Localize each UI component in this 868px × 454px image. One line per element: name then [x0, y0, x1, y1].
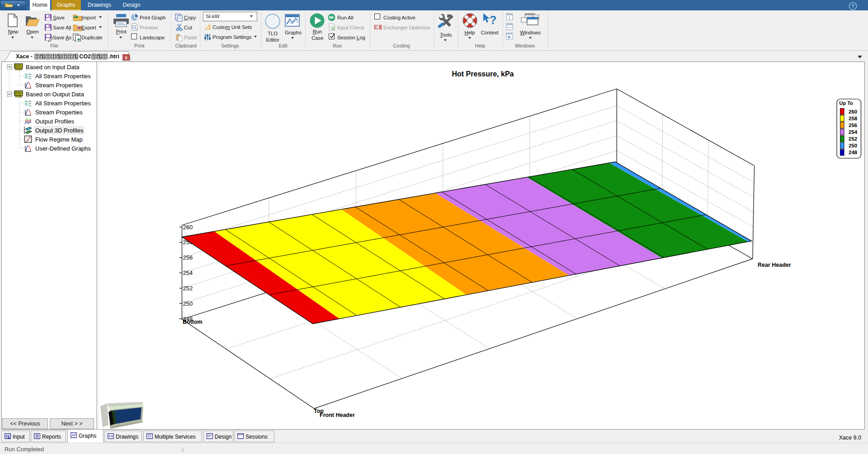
svg-text:Rear Header: Rear Header — [758, 262, 791, 268]
svg-text:254: 254 — [849, 129, 858, 135]
svg-text:256: 256 — [183, 254, 193, 261]
svg-text:254: 254 — [183, 270, 193, 276]
svg-text:260: 260 — [849, 109, 857, 114]
svg-text:248: 248 — [849, 150, 858, 155]
svg-text:Up To: Up To — [840, 100, 854, 106]
svg-text:260: 260 — [183, 224, 193, 231]
svg-text:Stream Properties: Stream Properties — [35, 82, 83, 89]
svg-text:Front Header: Front Header — [320, 412, 355, 418]
svg-text:252: 252 — [849, 136, 857, 142]
svg-text:Hot Pressure, kPa: Hot Pressure, kPa — [452, 70, 514, 78]
svg-text:?: ? — [851, 3, 854, 9]
svg-text:?: ? — [490, 14, 496, 26]
svg-text:252: 252 — [183, 285, 193, 292]
svg-text:Bottom: Bottom — [183, 319, 203, 325]
svg-text:Stream Properties: Stream Properties — [35, 109, 83, 116]
svg-text:Based on Output Data: Based on Output Data — [26, 91, 84, 98]
svg-text:258: 258 — [849, 116, 858, 121]
svg-text:User-Defined Graphs: User-Defined Graphs — [35, 145, 91, 152]
svg-text:256: 256 — [849, 123, 857, 128]
svg-text:250: 250 — [849, 143, 857, 148]
svg-text:Output Profiles: Output Profiles — [35, 118, 74, 125]
svg-text:Output 3D Profiles: Output 3D Profiles — [35, 127, 84, 134]
svg-text:All Stream Properties: All Stream Properties — [35, 100, 91, 107]
svg-text:Based on Input Data: Based on Input Data — [26, 64, 80, 71]
svg-text:250: 250 — [183, 300, 193, 307]
svg-text:Flow Regime Map: Flow Regime Map — [35, 136, 83, 143]
svg-text:All Stream Properties: All Stream Properties — [35, 73, 91, 80]
